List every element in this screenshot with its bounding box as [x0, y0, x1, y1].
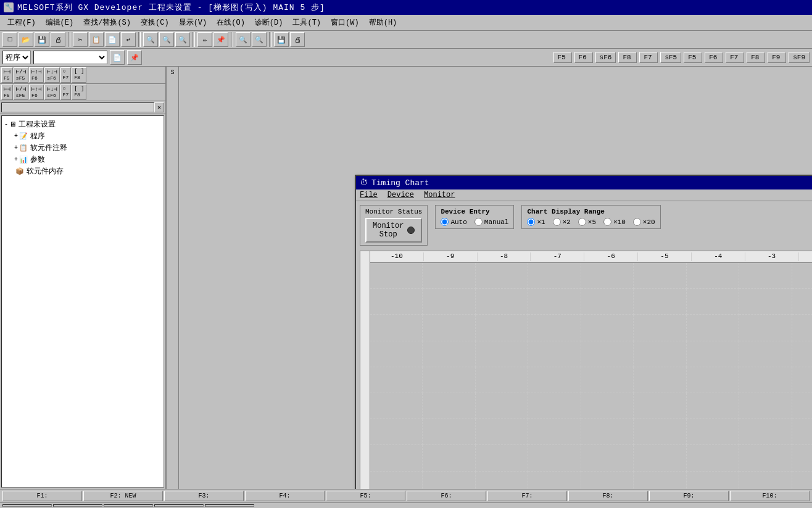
device-entry-manual[interactable]: Manual [474, 218, 509, 226]
left-close-btn[interactable]: ✕ [154, 102, 164, 112]
device-entry-manual-radio[interactable] [474, 218, 483, 226]
fn-f5[interactable]: F5 [553, 52, 572, 63]
monitor-stop-button[interactable]: MonitorStop [365, 218, 422, 243]
tb-pen[interactable]: ✏ [197, 32, 212, 47]
range-x20-radio[interactable] [633, 218, 641, 226]
menu-diagnose[interactable]: 诊断(D) [250, 16, 288, 29]
range-x10-radio[interactable] [603, 218, 611, 226]
program-dropdown2[interactable] [33, 51, 107, 64]
menu-transform[interactable]: 变换(C) [136, 16, 174, 29]
menu-help[interactable]: 帮助(H) [364, 16, 402, 29]
lf-contact-rise[interactable]: ⊢↑⊣F6 [29, 67, 44, 83]
fn-f9[interactable]: F9 [768, 52, 786, 63]
range-x1-radio[interactable] [527, 218, 535, 226]
menu-device[interactable]: Device [387, 191, 414, 199]
tree-params-toggle[interactable]: + [14, 156, 18, 163]
tb-open[interactable]: 📂 [19, 32, 33, 47]
lf-h1[interactable]: ⊢⊣F5 [1, 85, 13, 100]
program-dropdown[interactable]: 程序 [2, 51, 31, 64]
lf-contact[interactable]: ⊢⊣F5 [1, 67, 13, 83]
lf-h6[interactable]: [ ]F8 [72, 85, 86, 100]
tb-doc[interactable]: 📄 [110, 50, 125, 65]
tb-search3[interactable]: 🔍 [175, 32, 190, 47]
grid-cell [476, 341, 528, 367]
tb-save[interactable]: 💾 [35, 32, 49, 47]
fn-key-f2[interactable]: F2: NEW [83, 491, 163, 501]
range-x20[interactable]: ×20 [633, 218, 655, 226]
lf-coil[interactable]: ○F7 [60, 67, 72, 83]
menu-window[interactable]: 窗口(W) [326, 16, 364, 29]
tree-root-toggle[interactable]: - [4, 121, 8, 128]
lf-h3[interactable]: ⊢↑⊣F6 [29, 85, 44, 100]
fn-key-f7[interactable]: F7: [487, 491, 567, 501]
fn-f6[interactable]: F6 [574, 52, 593, 63]
device-entry-auto-radio[interactable] [441, 218, 449, 226]
tree-memory-label: 软元件内存 [27, 166, 64, 177]
range-x10[interactable]: ×10 [603, 218, 626, 226]
tree-comments-icon: 📋 [19, 144, 28, 152]
tree-comments[interactable]: + 📋 软元件注释 [4, 142, 161, 154]
range-x5[interactable]: ×5 [578, 218, 596, 226]
tree-memory[interactable]: 📦 软元件内存 [4, 165, 161, 177]
fn-f8b[interactable]: F8 [747, 52, 765, 63]
lf-h4[interactable]: ⊢↓⊣sF6 [44, 85, 59, 100]
tb-cut[interactable]: ✂ [73, 32, 88, 47]
fn-key-f3[interactable]: F3: [164, 491, 244, 501]
tb-print[interactable]: 🖨 [51, 32, 65, 47]
tb-save2[interactable]: 💾 [274, 32, 289, 47]
lf-h2[interactable]: ⊢/⊣sF5 [14, 85, 28, 100]
tree-params[interactable]: + 📊 参数 [4, 154, 161, 165]
tree-root[interactable]: - 🖥 工程未设置 [4, 119, 161, 130]
lf-contact-neg[interactable]: ⊢/⊣sF5 [14, 67, 28, 83]
tb-zoom2[interactable]: 🔍 [252, 32, 267, 47]
fn-key-f8[interactable]: F8: [568, 491, 648, 501]
menu-edit[interactable]: 编辑(E) [41, 16, 79, 29]
menu-monitor[interactable]: Monitor [424, 191, 455, 199]
fn-f7b[interactable]: F7 [726, 52, 744, 63]
tb-paste[interactable]: 📄 [105, 32, 120, 47]
menu-display[interactable]: 显示(V) [174, 16, 212, 29]
fn-key-f4[interactable]: F4: [245, 491, 325, 501]
tree-program[interactable]: + 📝 程序 [4, 130, 161, 142]
tree-program-toggle[interactable]: + [14, 133, 18, 139]
fn-f6b[interactable]: F6 [705, 52, 723, 63]
fn-sf9[interactable]: sF9 [789, 52, 810, 63]
grid-cell [528, 263, 581, 289]
tb-print2[interactable]: 🖨 [290, 32, 305, 47]
menu-project[interactable]: 工程(F) [2, 16, 41, 29]
lf-contact-fall[interactable]: ⊢↓⊣sF6 [44, 67, 59, 83]
fn-f8[interactable]: F8 [618, 52, 637, 63]
menu-tools[interactable]: 工具(T) [288, 16, 326, 29]
range-x1[interactable]: ×1 [527, 218, 545, 226]
tb-new[interactable]: □ [2, 32, 17, 47]
fn-key-f1[interactable]: F1: [2, 491, 82, 501]
tree-comments-toggle[interactable]: + [14, 144, 18, 151]
grid-cell [528, 367, 581, 393]
tb-pin[interactable]: 📌 [213, 32, 228, 47]
fn-key-f9[interactable]: F9: [649, 491, 729, 501]
lf-h5[interactable]: ○F7 [60, 85, 72, 100]
lf-box[interactable]: [ ]F8 [72, 67, 86, 83]
tb-zoom1[interactable]: 🔍 [236, 32, 251, 47]
menu-online[interactable]: 在线(O) [212, 16, 250, 29]
range-x2-radio[interactable] [553, 218, 561, 226]
tree-program-icon: 📝 [19, 132, 28, 140]
tb-undo[interactable]: ↩ [121, 32, 136, 47]
fn-f7[interactable]: F7 [639, 52, 658, 63]
range-x5-radio[interactable] [578, 218, 586, 226]
grid-cell [528, 341, 581, 367]
device-entry-auto[interactable]: Auto [441, 218, 466, 226]
fn-key-f10[interactable]: F10: [730, 491, 810, 501]
tb-search2[interactable]: 🔍 [159, 32, 174, 47]
tb-copy[interactable]: 📋 [89, 32, 104, 47]
menu-find[interactable]: 查找/替换(S) [78, 16, 136, 29]
menu-file[interactable]: File [360, 191, 378, 199]
fn-f5b[interactable]: F5 [684, 52, 702, 63]
range-x2[interactable]: ×2 [553, 218, 571, 226]
tb-pin2[interactable]: 📌 [127, 50, 142, 65]
fn-sf6[interactable]: sF6 [595, 52, 616, 63]
fn-key-f5[interactable]: F5: [326, 491, 405, 501]
tb-search1[interactable]: 🔍 [143, 32, 158, 47]
fn-key-f6[interactable]: F6: [407, 491, 486, 501]
fn-sf5[interactable]: sF5 [660, 52, 681, 63]
